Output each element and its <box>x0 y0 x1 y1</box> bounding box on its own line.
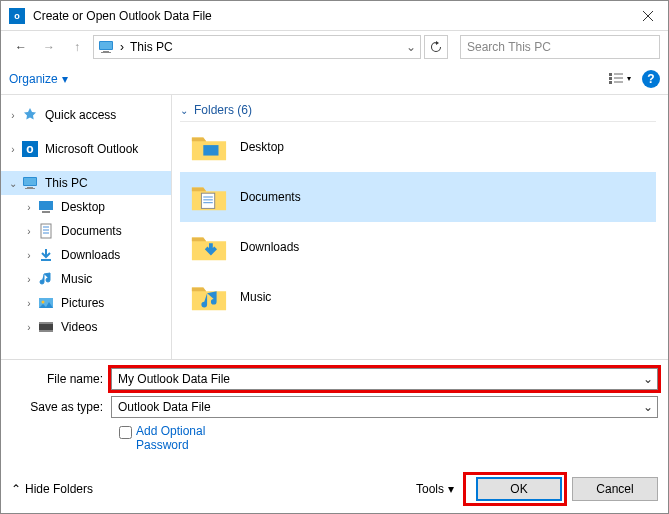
folder-downloads[interactable]: Downloads <box>180 222 668 272</box>
search-input[interactable]: Search This PC <box>460 35 660 59</box>
documents-icon <box>37 222 55 240</box>
forward-button[interactable]: → <box>37 35 61 59</box>
videos-icon <box>37 318 55 336</box>
chevron-down-icon: ⌄ <box>180 105 188 116</box>
back-button[interactable]: ← <box>9 35 33 59</box>
svg-text:o: o <box>26 142 33 156</box>
music-icon <box>37 270 55 288</box>
address-box[interactable]: › This PC ⌄ <box>93 35 421 59</box>
folders-header[interactable]: ⌄Folders (6) <box>180 103 656 122</box>
svg-rect-5 <box>100 42 112 49</box>
address-dropdown-icon[interactable]: ⌄ <box>406 40 416 54</box>
ok-button[interactable]: OK <box>476 477 562 501</box>
svg-rect-22 <box>41 224 51 238</box>
cancel-button[interactable]: Cancel <box>572 477 658 501</box>
button-bar: ⌃Hide Folders Tools▾ OK Cancel <box>11 475 658 503</box>
svg-text:o: o <box>14 11 20 21</box>
svg-rect-31 <box>203 145 218 155</box>
pc-icon <box>21 174 39 192</box>
chevron-down-icon[interactable]: ⌄ <box>639 397 657 417</box>
filename-input[interactable]: My Outlook Data File⌄ <box>111 368 658 390</box>
svg-rect-8 <box>609 73 612 76</box>
up-button[interactable]: ↑ <box>65 35 89 59</box>
tree-videos[interactable]: ›Videos <box>1 315 171 339</box>
address-bar: ← → ↑ › This PC ⌄ Search This PC <box>1 31 668 63</box>
tools-button[interactable]: Tools▾ <box>416 482 454 496</box>
svg-rect-21 <box>42 211 50 213</box>
savetype-label: Save as type: <box>11 400 111 414</box>
navigation-tree: ›Quick access ›oMicrosoft Outlook ⌄This … <box>1 95 171 359</box>
help-button[interactable]: ? <box>642 70 660 88</box>
svg-rect-19 <box>25 188 35 189</box>
window-title: Create or Open Outlook Data File <box>33 9 628 23</box>
view-options-button[interactable]: ▾ <box>606 68 634 90</box>
folder-documents[interactable]: Documents <box>180 172 656 222</box>
folder-icon <box>190 281 228 313</box>
folder-icon <box>190 231 228 263</box>
folder-music[interactable]: Music <box>180 272 668 322</box>
folder-icon <box>190 181 228 213</box>
outlook-icon: o <box>21 140 39 158</box>
tree-music[interactable]: ›Music <box>1 267 171 291</box>
svg-rect-29 <box>39 322 53 324</box>
checkbox[interactable] <box>119 426 132 439</box>
svg-rect-9 <box>609 77 612 80</box>
folder-icon <box>190 131 228 163</box>
organize-button[interactable]: Organize▾ <box>9 72 68 86</box>
close-button[interactable] <box>628 1 668 31</box>
chevron-down-icon: ▾ <box>448 482 454 496</box>
search-placeholder: Search This PC <box>467 40 551 54</box>
title-bar: o Create or Open Outlook Data File <box>1 1 668 31</box>
tree-this-pc[interactable]: ⌄This PC <box>1 171 171 195</box>
breadcrumb-sep: › <box>120 40 124 54</box>
chevron-down-icon: ▾ <box>627 74 631 83</box>
chevron-down-icon[interactable]: ⌄ <box>639 369 657 389</box>
svg-rect-17 <box>24 178 36 185</box>
toolbar: Organize▾ ▾ ? <box>1 63 668 95</box>
svg-rect-30 <box>39 330 53 332</box>
tree-pictures[interactable]: ›Pictures <box>1 291 171 315</box>
pc-icon <box>98 39 114 55</box>
outlook-icon: o <box>9 8 25 24</box>
breadcrumb-location[interactable]: This PC <box>130 40 173 54</box>
svg-rect-18 <box>27 187 33 188</box>
svg-rect-10 <box>609 81 612 84</box>
chevron-down-icon: ▾ <box>62 72 68 86</box>
refresh-button[interactable] <box>424 35 448 59</box>
savetype-select[interactable]: Outlook Data File⌄ <box>111 396 658 418</box>
tree-downloads[interactable]: ›Downloads <box>1 243 171 267</box>
chevron-up-icon: ⌃ <box>11 482 21 496</box>
optional-password-checkbox[interactable]: Add Optional Password <box>11 424 658 452</box>
folder-view: ⌄Folders (6) Desktop Documents Downloads… <box>171 95 668 359</box>
tree-outlook[interactable]: ›oMicrosoft Outlook <box>1 137 171 161</box>
desktop-icon <box>37 198 55 216</box>
downloads-icon <box>37 246 55 264</box>
svg-rect-32 <box>201 193 214 208</box>
pictures-icon <box>37 294 55 312</box>
folder-desktop[interactable]: Desktop <box>180 122 668 172</box>
tree-desktop[interactable]: ›Desktop <box>1 195 171 219</box>
svg-rect-6 <box>103 51 109 52</box>
svg-point-27 <box>42 301 45 304</box>
tree-documents[interactable]: ›Documents <box>1 219 171 243</box>
filename-label: File name: <box>11 372 111 386</box>
star-icon <box>21 106 39 124</box>
svg-rect-20 <box>39 201 53 210</box>
bottom-panel: File name: My Outlook Data File⌄ Save as… <box>1 359 668 460</box>
svg-rect-7 <box>101 52 111 53</box>
hide-folders-button[interactable]: ⌃Hide Folders <box>11 482 93 496</box>
tree-quick-access[interactable]: ›Quick access <box>1 103 171 127</box>
